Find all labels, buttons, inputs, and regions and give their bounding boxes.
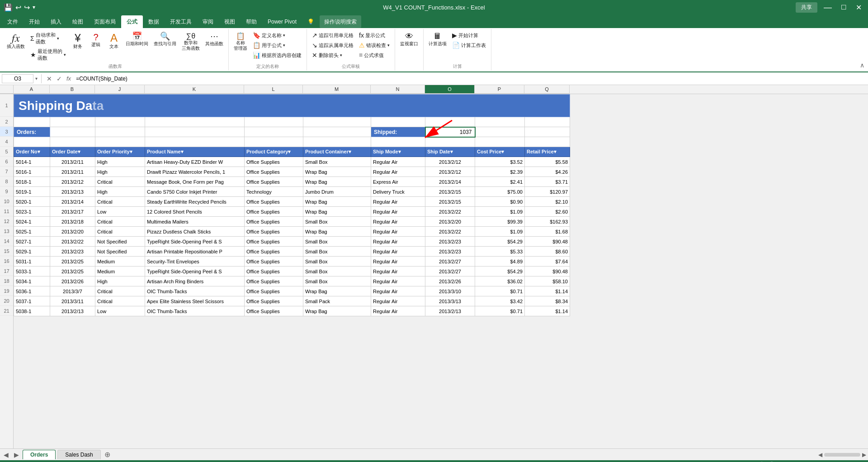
define-name-button[interactable]: 🔖定义名称▾ xyxy=(250,31,304,40)
cell-L4[interactable] xyxy=(245,137,303,147)
cell-M5[interactable]: Product Container▾ xyxy=(303,147,371,157)
tab-lightbulb[interactable]: 💡 xyxy=(302,15,320,28)
row-num-9[interactable]: 9 xyxy=(0,186,13,196)
cell-B5[interactable]: Order Date▾ xyxy=(50,147,95,157)
row-num-19[interactable]: 19 xyxy=(0,286,13,296)
cell-ref-dropdown[interactable]: ▾ xyxy=(35,76,38,81)
calc-options-button[interactable]: 🖩 计算选项 xyxy=(426,31,449,48)
tab-data[interactable]: 数据 xyxy=(143,15,165,28)
cell-N3[interactable]: Shipped: xyxy=(371,127,425,137)
row-num-17[interactable]: 17 xyxy=(0,266,13,276)
cell-N2[interactable] xyxy=(371,117,425,127)
eval-formula-button[interactable]: =公式求值 xyxy=(357,51,392,60)
tab-formulas[interactable]: 公式 xyxy=(121,15,143,28)
col-header-K[interactable]: K xyxy=(145,85,244,94)
cell-L5[interactable]: Product Category▾ xyxy=(245,147,303,157)
cell-Q4[interactable] xyxy=(525,137,570,147)
col-header-N[interactable]: N xyxy=(371,85,425,94)
col-header-A[interactable]: A xyxy=(14,85,50,94)
sheet-scroll-right[interactable]: ▶ xyxy=(12,451,21,458)
tab-file[interactable]: 文件 xyxy=(2,15,24,28)
cell-Q2[interactable] xyxy=(525,117,570,127)
row-num-16[interactable]: 16 xyxy=(0,256,13,266)
row-num-3[interactable]: 3 xyxy=(0,127,13,137)
col-header-O[interactable]: O xyxy=(425,85,475,94)
row-num-12[interactable]: 12 xyxy=(0,216,13,226)
trace-dependents-button[interactable]: ↘追踪从属单元格 xyxy=(310,41,356,50)
logical-button[interactable]: ? 逻辑 xyxy=(87,31,104,49)
row-num-1[interactable]: 1 xyxy=(0,94,13,117)
use-in-formula-button[interactable]: 📋用于公式▾ xyxy=(250,41,304,50)
calculate-sheet-button[interactable]: 📄计算工作表 xyxy=(450,41,488,50)
cell-B2[interactable] xyxy=(50,117,95,127)
cell-K2[interactable] xyxy=(145,117,245,127)
cell-P5[interactable]: Cost Price▾ xyxy=(475,147,525,157)
cell-P4[interactable] xyxy=(475,137,525,147)
maximize-button[interactable]: ☐ xyxy=(838,4,849,11)
lookup-button[interactable]: 🔍 查找与引用 xyxy=(151,31,179,48)
cell-L3[interactable] xyxy=(245,127,303,137)
autosum-button[interactable]: Σ自动求和函数▾ xyxy=(28,31,68,46)
cell-J4[interactable] xyxy=(95,137,145,147)
cell-J3[interactable] xyxy=(95,127,145,137)
col-header-Q[interactable]: Q xyxy=(524,85,570,94)
cell-J5[interactable]: Order Priority▾ xyxy=(95,147,145,157)
tab-home[interactable]: 开始 xyxy=(24,15,45,28)
cell-A2[interactable] xyxy=(14,117,50,127)
col-header-L[interactable]: L xyxy=(244,85,303,94)
calculate-now-button[interactable]: ▶开始计算 xyxy=(450,31,488,40)
search-box[interactable]: 操作说明搜索 xyxy=(320,15,361,28)
row-num-20[interactable]: 20 xyxy=(0,296,13,306)
collapse-ribbon[interactable]: ∧ xyxy=(858,29,866,71)
tab-view[interactable]: 视图 xyxy=(219,15,241,28)
datetime-button[interactable]: 📅 日期和时间 xyxy=(123,31,151,48)
row-num-7[interactable]: 7 xyxy=(0,167,13,176)
col-header-P[interactable]: P xyxy=(475,85,524,94)
row-num-14[interactable]: 14 xyxy=(0,236,13,246)
row-num-6[interactable]: 6 xyxy=(0,157,13,167)
horizontal-scroll[interactable]: ◀ ▶ xyxy=(818,452,866,458)
cell-B3[interactable] xyxy=(50,127,95,137)
cell-L2[interactable] xyxy=(245,117,303,127)
cell-O4[interactable] xyxy=(425,137,475,147)
text-button[interactable]: A 文本 xyxy=(105,31,123,51)
cell-Q5[interactable]: Retail Price▾ xyxy=(525,147,570,157)
cell-N5[interactable]: Ship Mode▾ xyxy=(371,147,425,157)
trace-precedents-button[interactable]: ↗追踪引用单元格 xyxy=(310,31,356,40)
customize-icon[interactable]: ▾ xyxy=(33,4,35,10)
sheet-tab-sales-dash[interactable]: Sales Dash xyxy=(57,450,100,459)
tab-draw[interactable]: 绘图 xyxy=(67,15,89,28)
other-functions-button[interactable]: ⋯ 其他函数 xyxy=(203,31,226,48)
col-header-M[interactable]: M xyxy=(303,85,371,94)
tab-power-pivot[interactable]: Power Pivot xyxy=(262,15,302,28)
tab-insert[interactable]: 插入 xyxy=(45,15,67,28)
formula-input[interactable] xyxy=(74,76,866,82)
row-num-11[interactable]: 11 xyxy=(0,206,13,216)
row-num-21[interactable]: 21 xyxy=(0,306,13,316)
watch-window-button[interactable]: 👁 监视窗口 xyxy=(398,31,420,48)
remove-arrows-button[interactable]: ✕删除箭头▾ xyxy=(310,51,356,60)
col-header-J[interactable]: J xyxy=(95,85,145,94)
add-sheet-button[interactable]: ⊕ xyxy=(103,450,112,459)
confirm-icon[interactable]: ✓ xyxy=(55,75,63,82)
cell-N4[interactable] xyxy=(371,137,425,147)
close-button[interactable]: ✕ xyxy=(853,3,864,12)
insert-function-button[interactable]: 𝑓𝑥 插入函数 xyxy=(5,31,27,51)
row-num-2[interactable]: 2 xyxy=(0,117,13,127)
cell-M2[interactable] xyxy=(303,117,371,127)
row-num-5[interactable]: 5 xyxy=(0,147,13,157)
cell-Q3[interactable] xyxy=(525,127,570,137)
show-formulas-button[interactable]: fx显示公式 xyxy=(357,31,392,40)
row-num-18[interactable]: 18 xyxy=(0,276,13,286)
share-button[interactable]: 共享 xyxy=(796,2,817,13)
cell-B4[interactable] xyxy=(50,137,95,147)
error-check-button[interactable]: ⚠错误检查▾ xyxy=(357,41,392,50)
cell-J2[interactable] xyxy=(95,117,145,127)
cell-M3[interactable] xyxy=(303,127,371,137)
row-num-13[interactable]: 13 xyxy=(0,226,13,236)
cell-K4[interactable] xyxy=(145,137,245,147)
name-manager-button[interactable]: 📋 名称管理器 xyxy=(231,31,250,52)
minimize-button[interactable]: — xyxy=(821,3,835,12)
sheet-tab-orders[interactable]: Orders xyxy=(23,450,56,459)
recent-functions-button[interactable]: ★最近使用的函数▾ xyxy=(28,47,68,62)
